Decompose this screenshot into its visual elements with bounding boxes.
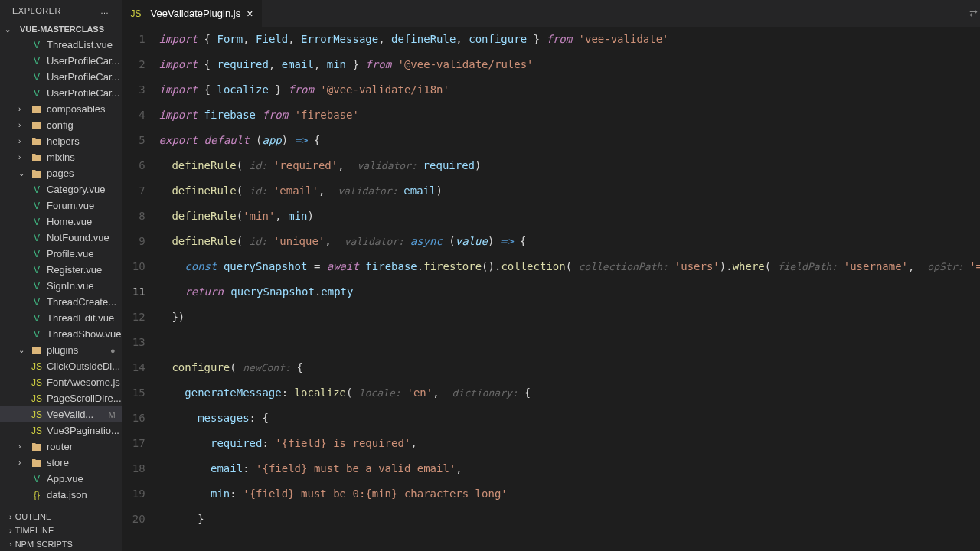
tree-item[interactable]: VRegister.vue (0, 262, 122, 278)
js-icon: JS (31, 393, 43, 405)
tree-item[interactable]: {}data.json (0, 487, 122, 503)
tree-label: VeeValid... (47, 409, 93, 420)
vue-icon: V (31, 248, 43, 260)
folder-icon (31, 135, 43, 148)
chevron-right-icon: › (9, 526, 12, 535)
tab-bar: JS VeeValidatePlugin.js × ⇄ ◫ … (122, 0, 980, 27)
code-content[interactable]: import { Form, Field, ErrorMessage, defi… (159, 27, 980, 551)
folder-icon (31, 152, 43, 164)
tree-item[interactable]: ⌄plugins● (0, 342, 122, 358)
tree-label: UserProfileCar... (47, 87, 119, 99)
chevron-icon: › (18, 105, 31, 113)
chevron-right-icon: › (9, 512, 12, 521)
folder-icon (31, 119, 43, 132)
tree-item[interactable]: ›composables (0, 101, 122, 117)
chevron-icon: ⌄ (18, 169, 31, 178)
tree-item[interactable]: VThreadCreate... (0, 294, 122, 310)
tab-filename: VeeValidatePlugin.js (151, 8, 241, 19)
tree-label: config (47, 119, 74, 131)
tree-label: UserProfileCar... (47, 71, 119, 83)
tree-item[interactable]: ›mixins (0, 149, 122, 165)
chevron-icon: › (18, 121, 31, 129)
compare-icon[interactable]: ⇄ (969, 8, 978, 19)
section-label: NPM SCRIPTS (15, 540, 73, 549)
close-icon[interactable]: × (245, 6, 254, 21)
tree-item[interactable]: VNotFound.vue (0, 230, 122, 246)
vue-icon: V (31, 87, 43, 99)
file-tree[interactable]: VThreadList.vueVUserProfileCar...VUserPr… (0, 37, 122, 510)
js-icon: JS (31, 409, 43, 421)
project-name: VUE-MASTERCLASS (20, 24, 104, 34)
line-gutter: 1234567891011121314151617181920 (122, 27, 159, 551)
tree-item[interactable]: ›store (0, 455, 122, 471)
chevron-icon: › (18, 442, 31, 451)
modified-indicator: ● (110, 346, 116, 355)
tree-item[interactable]: VHome.vue (0, 214, 122, 230)
tree-label: ThreadShow.vue (47, 328, 122, 340)
folder-icon (31, 344, 43, 357)
vue-icon: V (31, 55, 43, 67)
vue-icon: V (31, 71, 43, 83)
js-icon: JS (31, 425, 43, 437)
tree-label: FontAwesome.js (47, 377, 120, 388)
tree-item[interactable]: VUserProfileCar... (0, 69, 122, 85)
collapse-section[interactable]: ›TIMELINE (0, 523, 122, 537)
js-icon: JS (130, 8, 142, 20)
folder-icon (31, 103, 43, 116)
tree-item[interactable]: VThreadShow.vue (0, 326, 122, 342)
tree-item[interactable]: VForum.vue (0, 197, 122, 214)
vue-icon: V (31, 216, 43, 228)
chevron-icon: › (18, 153, 31, 161)
tree-item[interactable]: ›config (0, 117, 122, 133)
tree-label: store (47, 457, 69, 468)
vue-icon: V (31, 296, 43, 308)
folder-icon (31, 457, 43, 469)
tree-item[interactable]: JSFontAwesome.js (0, 374, 122, 390)
tab-active[interactable]: JS VeeValidatePlugin.js × (122, 0, 263, 27)
modified-indicator: M (108, 410, 115, 419)
tree-item[interactable]: VUserProfileCar... (0, 85, 122, 101)
folder-icon (31, 168, 43, 180)
tree-label: App.vue (47, 473, 83, 484)
tree-item[interactable]: VThreadEdit.vue (0, 310, 122, 326)
tree-label: UserProfileCar... (47, 55, 119, 67)
tree-item[interactable]: VUserProfileCar... (0, 53, 122, 69)
tree-item[interactable]: ⌄pages (0, 165, 122, 181)
collapse-section[interactable]: ›OUTLINE (0, 510, 122, 523)
chevron-icon: ⌄ (18, 346, 31, 354)
chevron-right-icon: › (9, 540, 12, 549)
tree-label: Profile.vue (47, 248, 93, 259)
chevron-down-icon: ⌄ (5, 25, 17, 34)
tree-label: SignIn.vue (47, 280, 93, 292)
tree-item[interactable]: VApp.vue (0, 471, 122, 487)
tree-item[interactable]: VThreadList.vue (0, 37, 122, 53)
tree-label: Register.vue (47, 264, 102, 276)
tree-item[interactable]: ›helpers (0, 133, 122, 149)
tree-label: plugins (47, 344, 78, 356)
tree-item[interactable]: VSignIn.vue (0, 278, 122, 294)
tree-item[interactable]: VProfile.vue (0, 246, 122, 262)
tree-item[interactable]: ›router (0, 439, 122, 455)
code-editor[interactable]: 1234567891011121314151617181920 import {… (122, 27, 980, 551)
tree-label: mixins (47, 152, 75, 163)
vue-icon: V (31, 232, 43, 244)
tree-item[interactable]: JSPageScrollDire... (0, 390, 122, 406)
tree-label: helpers (47, 135, 80, 147)
tree-label: ThreadCreate... (47, 296, 116, 308)
vue-icon: V (31, 312, 43, 324)
json-icon: {} (31, 489, 43, 501)
tree-label: ThreadEdit.vue (47, 312, 114, 324)
tab-actions: ⇄ ◫ … (969, 0, 980, 27)
vue-icon: V (31, 328, 43, 341)
tree-item[interactable]: JSClickOutsideDi... (0, 358, 122, 374)
explorer-menu-icon[interactable]: … (100, 6, 109, 15)
tree-label: pages (47, 168, 74, 179)
tree-label: Forum.vue (47, 200, 94, 211)
project-header[interactable]: ⌄ VUE-MASTERCLASS (0, 21, 122, 37)
tree-item[interactable]: VCategory.vue (0, 181, 122, 197)
tree-item[interactable]: JSVue3Paginatio... (0, 422, 122, 439)
collapse-section[interactable]: ›NPM SCRIPTS (0, 537, 122, 551)
vue-icon: V (31, 264, 43, 276)
explorer-title: EXPLORER (12, 6, 61, 15)
tree-item[interactable]: JSVeeValid...M (0, 406, 122, 422)
